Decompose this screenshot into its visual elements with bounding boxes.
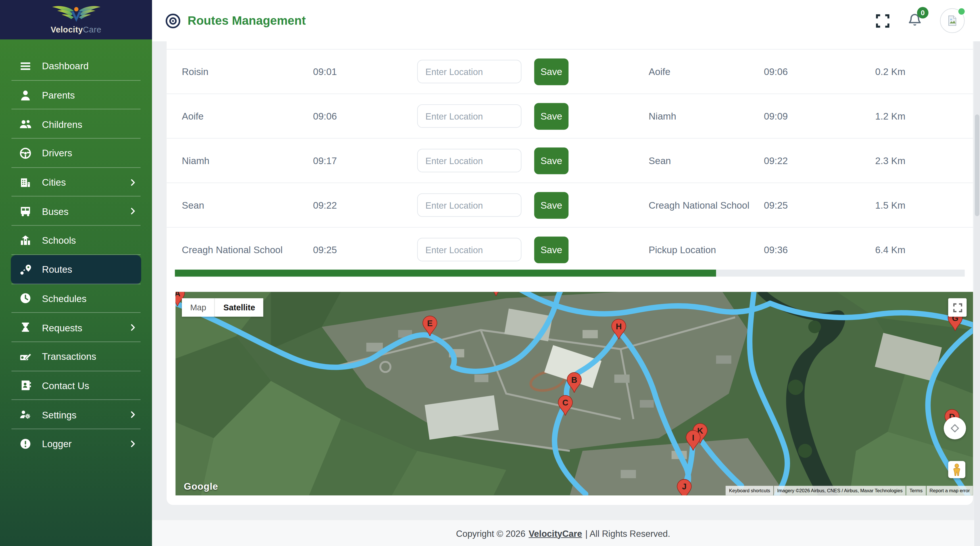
location-input[interactable] [417, 238, 522, 261]
chevron-right-icon [129, 439, 137, 448]
header-actions: 0 [876, 8, 965, 33]
sidebar-item-label: Routes [42, 264, 72, 275]
sidebar-item-dashboard[interactable]: Dashboard [11, 51, 142, 80]
pegman-icon [952, 463, 962, 476]
map-marker-h[interactable]: H [611, 319, 627, 340]
sidebar-item-label: Schedules [42, 293, 86, 304]
sidebar-item-label: Childrens [42, 119, 82, 130]
map-marker-e[interactable]: E [422, 315, 438, 337]
save-button[interactable]: Save [534, 236, 568, 263]
map-type-map-button[interactable]: Map [182, 298, 215, 317]
save-button[interactable]: Save [534, 103, 568, 129]
from-name: Creagh National School [182, 244, 290, 255]
report-map-error-link[interactable]: Report a map error [926, 486, 973, 495]
keyboard-shortcuts-link[interactable]: Keyboard shortcuts [726, 486, 773, 495]
location-input[interactable] [417, 193, 522, 217]
pegman-button[interactable] [948, 461, 965, 478]
svg-text:A: A [176, 292, 180, 298]
sidebar-item-contact-us[interactable]: Contact Us [11, 371, 142, 400]
svg-text:I: I [692, 433, 694, 442]
fullscreen-button[interactable] [876, 14, 890, 28]
footer-brand-link[interactable]: VelocityCare [528, 528, 582, 538]
sidebar-item-settings[interactable]: Settings [11, 400, 142, 429]
target-icon [165, 12, 181, 29]
brand-logo[interactable]: VelocityCare [0, 0, 152, 39]
from-name: Sean [182, 200, 290, 211]
map-marker-j[interactable]: J [677, 479, 692, 495]
to-name: Sean [649, 155, 738, 166]
to-name: Pickup Location [649, 244, 738, 255]
table-row: Creagh National School 09:25 Save Pickup… [167, 227, 973, 272]
from-time: 09:25 [290, 244, 360, 255]
map-fullscreen-button[interactable] [948, 298, 966, 317]
page-title: Routes Management [188, 14, 306, 28]
chevron-right-icon [129, 207, 137, 216]
distance: 1.2 Km [814, 111, 966, 121]
bus-icon [19, 205, 32, 218]
progress-fill [175, 269, 716, 277]
people-icon [19, 118, 32, 131]
to-name: Creagh National School [649, 200, 738, 211]
sidebar-item-cities[interactable]: Cities [11, 168, 142, 197]
map-marker-i[interactable]: I [686, 430, 701, 451]
sidebar-item-label: Requests [42, 322, 82, 333]
sidebar-item-label: Parents [42, 90, 75, 100]
sidebar-item-schedules[interactable]: Schedules [11, 284, 142, 313]
sidebar-item-requests[interactable]: Requests [11, 313, 142, 342]
imagery-credit-text: Imagery ©2026 Airbus, CNES / Airbus, Max… [774, 486, 905, 495]
scrollbar-thumb[interactable] [975, 115, 979, 216]
distance: 2.3 Km [814, 155, 966, 166]
svg-text:J: J [682, 482, 687, 492]
sidebar-item-label: Settings [42, 409, 76, 420]
save-button[interactable]: Save [534, 192, 568, 218]
broken-image-icon [947, 15, 958, 27]
sidebar-nav: DashboardParentsChildrensDriversCitiesBu… [0, 39, 152, 458]
progress-bar [175, 269, 965, 277]
sidebar-item-parents[interactable]: Parents [11, 80, 142, 110]
to-time: 09:22 [738, 155, 814, 166]
settings-icon [19, 408, 32, 421]
map-type-satellite-button[interactable]: Satellite [215, 298, 263, 317]
save-button[interactable]: Save [534, 147, 568, 174]
avatar[interactable] [940, 8, 965, 33]
map-type-toggle: Map Satellite [182, 298, 264, 317]
sidebar-item-label: Drivers [42, 148, 72, 159]
wings-logo-icon [49, 5, 103, 24]
sidebar-item-label: Logger [42, 438, 72, 449]
contact-icon [19, 379, 32, 392]
map-container[interactable]: AEFHBCKIGDJ Map Satellite Go [176, 292, 973, 495]
online-status-dot [958, 8, 965, 16]
to-time: 09:06 [738, 66, 814, 77]
steering-wheel-icon [19, 147, 32, 159]
svg-text:H: H [616, 322, 622, 331]
to-time: 09:25 [738, 200, 814, 211]
sidebar-item-transactions[interactable]: Transactions [11, 342, 142, 371]
to-name: Niamh [649, 111, 738, 121]
routes-card: Roisin 09:01 Save Aoife 09:06 0.2 Km Aoi… [167, 41, 973, 505]
google-logo[interactable]: Google [184, 481, 218, 492]
sidebar-item-buses[interactable]: Buses [11, 197, 142, 226]
sidebar-item-logger[interactable]: Logger [11, 429, 142, 458]
location-input[interactable] [417, 60, 522, 83]
sidebar-item-schools[interactable]: Schools [11, 226, 142, 255]
school-icon [19, 234, 32, 247]
location-input[interactable] [417, 104, 522, 128]
sidebar-item-label: Schools [42, 235, 76, 246]
to-name: Aoife [649, 66, 738, 77]
sidebar-item-routes[interactable]: Routes [11, 255, 142, 284]
top-header: Routes Management 0 [152, 0, 980, 41]
sidebar-item-drivers[interactable]: Drivers [11, 139, 142, 168]
sidebar-item-childrens[interactable]: Childrens [11, 110, 142, 138]
route-table: Roisin 09:01 Save Aoife 09:06 0.2 Km Aoi… [167, 41, 973, 272]
chevron-right-icon [129, 178, 137, 187]
menu-icon [19, 60, 32, 72]
map-marker-f[interactable]: F [488, 292, 504, 297]
location-input[interactable] [417, 149, 522, 172]
from-time: 09:01 [290, 66, 360, 77]
map-marker-c[interactable]: C [558, 395, 573, 417]
pan-control[interactable] [944, 417, 966, 439]
from-time: 09:06 [290, 111, 360, 121]
save-button[interactable]: Save [534, 58, 568, 85]
map-marker-b[interactable]: B [567, 372, 582, 394]
terms-link[interactable]: Terms [907, 486, 926, 495]
